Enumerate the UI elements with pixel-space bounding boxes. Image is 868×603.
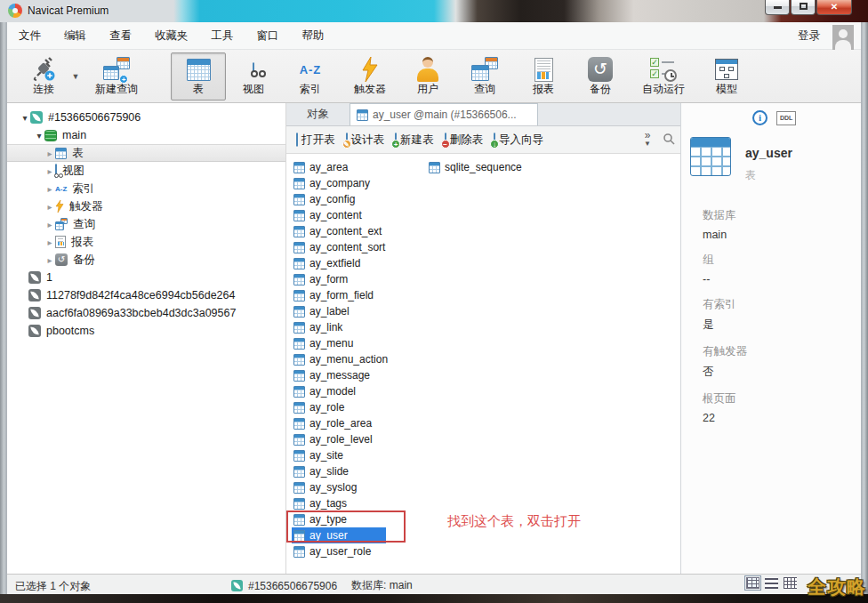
lightning-icon xyxy=(55,200,64,213)
menu-edit[interactable]: 编辑 xyxy=(52,24,98,48)
tree-connection-11278[interactable]: 11278f9d842f4ca48ce6994cb56de264 xyxy=(7,286,285,304)
table-row[interactable]: ay_label xyxy=(292,303,425,319)
login-button[interactable]: 登录 xyxy=(798,28,820,44)
connection-button[interactable]: 连接 xyxy=(18,52,69,100)
navicat-logo-icon xyxy=(8,4,22,18)
menu-file[interactable]: 文件 xyxy=(7,24,52,48)
collapse-arrow-icon[interactable]: ▸ xyxy=(44,149,55,158)
views-button[interactable]: 视图 xyxy=(226,52,281,100)
info-field-group: 组 -- xyxy=(703,253,747,285)
query-table-icon xyxy=(471,57,498,82)
expand-arrow-icon[interactable]: ▾ xyxy=(34,131,44,141)
search-button[interactable] xyxy=(657,133,680,148)
table-row[interactable]: ay_role_level xyxy=(292,431,425,447)
import-wizard-button[interactable]: ↓ 导入向导 xyxy=(488,128,549,151)
menu-window[interactable]: 窗口 xyxy=(245,24,291,48)
delete-table-button[interactable]: − 删除表 xyxy=(439,128,489,151)
model-button[interactable]: 模型 xyxy=(699,52,754,100)
table-row[interactable]: ay_area xyxy=(292,159,425,175)
toolbar-overflow-button[interactable]: » ▼ xyxy=(638,131,657,149)
table-row[interactable]: ay_menu xyxy=(292,335,425,351)
table-row[interactable]: ay_site xyxy=(292,447,425,463)
backup-button[interactable]: ↺ 备份 xyxy=(573,52,628,100)
table-row[interactable]: ay_link xyxy=(292,319,425,335)
indexes-button[interactable]: A-Z 索引 xyxy=(281,52,340,100)
close-button[interactable]: ✕ xyxy=(816,0,852,15)
tree-connection-aacf6[interactable]: aacf6fa08969a33bcbeb4d3dc3a09567 xyxy=(7,304,285,322)
menu-tools[interactable]: 工具 xyxy=(200,24,245,48)
table-row[interactable]: ay_slide xyxy=(292,463,425,479)
minimize-icon xyxy=(774,6,782,9)
report-doc-icon xyxy=(534,57,553,82)
new-table-button[interactable]: + 新建表 xyxy=(390,128,439,151)
tree-views[interactable]: ▸ 视图 xyxy=(7,162,285,180)
collapse-arrow-icon[interactable]: ▸ xyxy=(44,220,55,229)
tree-connection-1[interactable]: 1 xyxy=(7,269,285,286)
backup-icon: ↺ xyxy=(588,57,613,82)
tree-indexes[interactable]: ▸ A-Z 索引 xyxy=(7,180,285,197)
list-view-button[interactable] xyxy=(765,577,778,589)
tab-objects[interactable]: 对象 xyxy=(286,103,350,125)
table-row[interactable]: ay_message xyxy=(292,367,425,383)
table-row[interactable]: sqlite_sequence xyxy=(427,159,560,175)
connection-plug-icon xyxy=(31,57,56,82)
table-row[interactable]: ay_company xyxy=(292,175,425,191)
tree-triggers[interactable]: ▸ 触发器 xyxy=(7,197,285,215)
backup-icon: ↺ xyxy=(55,253,68,266)
tables-label: 表 xyxy=(193,82,204,97)
tree-tables[interactable]: ▸ 表 xyxy=(7,144,285,162)
table-row[interactable]: ay_content_ext xyxy=(292,223,425,239)
table-row[interactable]: ay_menu_action xyxy=(292,351,425,367)
open-table-button[interactable]: 打开表 xyxy=(291,128,341,151)
connection-dropdown-caret[interactable]: ▼ xyxy=(69,52,82,100)
query-label: 查询 xyxy=(474,82,495,97)
ddl-icon[interactable]: DDL xyxy=(776,111,796,125)
table-row[interactable]: ay_content_sort xyxy=(292,239,425,255)
collapse-arrow-icon[interactable]: ▸ xyxy=(44,237,55,247)
table-row[interactable]: ay_form xyxy=(292,271,425,287)
tree-backups[interactable]: ▸ ↺ 备份 xyxy=(7,251,285,269)
table-row[interactable]: ay_syslog xyxy=(292,479,425,495)
new-query-button[interactable]: + 新建查询 xyxy=(82,52,151,100)
tree-database-main[interactable]: ▾ main xyxy=(7,126,285,144)
users-button[interactable]: 用户 xyxy=(400,52,455,100)
table-row[interactable]: ay_user_role xyxy=(292,543,425,559)
detail-view-button[interactable] xyxy=(784,577,797,589)
tree-queries[interactable]: ▸ 查询 xyxy=(7,215,285,233)
grid-view-button[interactable] xyxy=(746,577,760,589)
maximize-button[interactable] xyxy=(791,0,816,15)
query-button[interactable]: 查询 xyxy=(455,52,514,100)
sqlite-leaf-icon xyxy=(28,325,41,337)
tab-ay-user[interactable]: ay_user @main (#15366506... xyxy=(350,103,538,125)
collapse-arrow-icon[interactable]: ▸ xyxy=(44,255,55,265)
window-border-left xyxy=(0,22,7,594)
tree-reports[interactable]: ▸ 报表 xyxy=(7,233,285,251)
tables-button[interactable]: 表 xyxy=(171,52,226,100)
menu-bar: 文件 编辑 查看 收藏夹 工具 窗口 帮助 登录 xyxy=(7,22,861,50)
info-icon[interactable]: i xyxy=(752,110,768,125)
view-icon xyxy=(55,165,57,177)
table-row[interactable]: ay_tags xyxy=(292,495,425,511)
collapse-arrow-icon[interactable]: ▸ xyxy=(44,202,55,212)
automation-button[interactable]: ✓ ✓ 自动运行 xyxy=(628,52,699,100)
report-button[interactable]: 报表 xyxy=(514,52,573,100)
menu-favorites[interactable]: 收藏夹 xyxy=(143,24,200,48)
table-row[interactable]: ay_config xyxy=(292,191,425,207)
menu-help[interactable]: 帮助 xyxy=(291,24,336,48)
collapse-arrow-icon[interactable]: ▸ xyxy=(44,184,55,194)
user-avatar[interactable] xyxy=(832,25,854,52)
table-row[interactable]: ay_role_area xyxy=(292,415,425,431)
table-row[interactable]: ay_model xyxy=(292,383,425,399)
expand-arrow-icon[interactable]: ▾ xyxy=(20,113,30,123)
table-icon xyxy=(187,57,211,82)
table-row[interactable]: ay_role xyxy=(292,399,425,415)
table-row[interactable]: ay_content xyxy=(292,207,425,223)
triggers-button[interactable]: 触发器 xyxy=(340,52,400,100)
table-row[interactable]: ay_extfield xyxy=(292,255,425,271)
tree-connection-pbootcms[interactable]: pbootcms xyxy=(7,322,285,340)
tree-connection-15366506675906[interactable]: ▾ #15366506675906 xyxy=(7,109,285,126)
minimize-button[interactable] xyxy=(765,0,790,15)
table-row[interactable]: ay_form_field xyxy=(292,287,425,303)
design-table-button[interactable]: ✎ 设计表 xyxy=(341,128,390,151)
menu-view[interactable]: 查看 xyxy=(98,24,143,48)
